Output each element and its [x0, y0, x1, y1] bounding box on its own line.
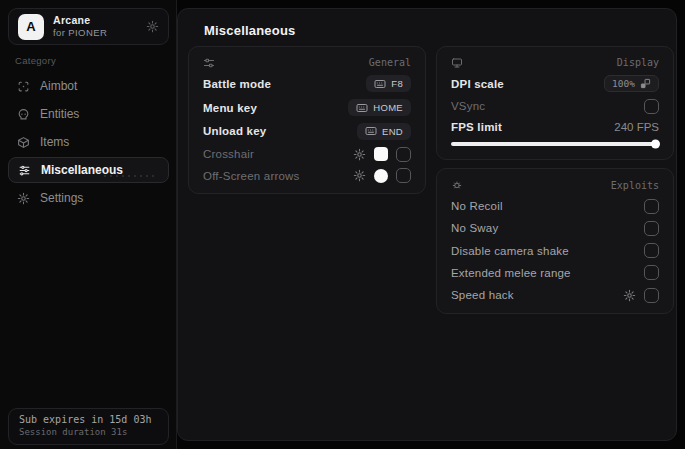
scale-resize-icon [640, 78, 651, 89]
skull-icon [17, 108, 30, 121]
gear-icon[interactable] [353, 148, 366, 161]
keyboard-icon [374, 79, 386, 89]
keybind-value: F8 [391, 78, 403, 89]
setting-row-unload-key: Unload key END [203, 123, 411, 140]
setting-row-crosshair: Crosshair [203, 147, 411, 162]
setting-row-battle-mode: Battle mode F8 [203, 75, 411, 92]
main-content: Miscellaneous General Battle mode F8 [177, 8, 677, 441]
offscreen-arrows-color-swatch[interactable] [374, 169, 388, 183]
crosshair-color-swatch[interactable] [374, 147, 388, 161]
sidebar-item-label: Settings [40, 191, 83, 205]
package-box-icon [17, 136, 30, 149]
no-recoil-checkbox[interactable] [644, 199, 659, 214]
sidebar-item-label: Items [40, 135, 69, 149]
monitor-icon [451, 57, 463, 69]
sidebar-item-aimbot[interactable]: Aimbot [8, 73, 169, 99]
keyboard-icon [356, 103, 368, 113]
panel-title: Exploits [611, 180, 659, 191]
dpi-scale-value: 100% [612, 78, 635, 89]
dpi-scale-select[interactable]: 100% [604, 75, 659, 92]
gear-icon[interactable] [353, 169, 366, 182]
setting-row-disable-camera-shake: Disable camera shake [451, 243, 659, 258]
setting-row-menu-key: Menu key HOME [203, 99, 411, 116]
setting-row-dpi-scale: DPI scale 100% [451, 75, 659, 92]
keybind-chip[interactable]: HOME [348, 99, 411, 116]
setting-row-speed-hack: Speed hack [451, 288, 659, 303]
setting-row-fps-limit: FPS limit 240 FPS [451, 121, 659, 133]
disable-camera-shake-checkbox[interactable] [644, 243, 659, 258]
gear-icon [17, 192, 30, 205]
setting-row-extended-melee-range: Extended melee range [451, 265, 659, 280]
fps-limit-value: 240 FPS [614, 121, 659, 133]
keybind-value: HOME [373, 102, 403, 113]
no-sway-checkbox[interactable] [644, 221, 659, 236]
panel-title: Display [617, 57, 659, 68]
app-tagline: for PIONER [53, 27, 137, 39]
sidebar-item-miscellaneous[interactable]: Miscellaneous [8, 157, 169, 183]
app-name: Arcane [53, 14, 137, 27]
dots-decoration [102, 173, 158, 179]
fps-limit-slider[interactable] [451, 139, 659, 149]
sidebar-item-settings[interactable]: Settings [8, 185, 169, 211]
app-window: A Arcane for PIONER Category Aimbot Enti… [0, 0, 685, 449]
setting-row-no-sway: No Sway [451, 221, 659, 236]
sidebar-item-items[interactable]: Items [8, 129, 169, 155]
app-logo: A [18, 14, 44, 40]
keybind-value: END [382, 126, 403, 137]
offscreen-arrows-checkbox[interactable] [396, 168, 411, 183]
subscription-card: Sub expires in 15d 03h Session duration … [8, 408, 169, 445]
session-duration-text: Session duration 31s [19, 427, 158, 437]
keyboard-icon [365, 126, 377, 136]
setting-row-no-recoil: No Recoil [451, 199, 659, 214]
gear-icon[interactable] [623, 289, 636, 302]
sidebar-item-label: Entities [40, 107, 79, 121]
setting-row-vsync: VSync [451, 99, 659, 114]
brand-card: A Arcane for PIONER [8, 8, 169, 45]
category-label: Category [15, 55, 56, 66]
crosshair-scan-icon [17, 80, 30, 93]
vsync-checkbox[interactable] [644, 99, 659, 114]
display-panel: Display DPI scale 100% VSync FPS limit 2… [436, 46, 674, 160]
general-panel: General Battle mode F8 Menu key HOME [188, 46, 426, 194]
slider-thumb[interactable] [651, 140, 660, 149]
extended-melee-range-checkbox[interactable] [644, 265, 659, 280]
sidebar: A Arcane for PIONER Category Aimbot Enti… [0, 0, 177, 449]
page-title: Miscellaneous [204, 23, 295, 38]
speed-hack-checkbox[interactable] [644, 288, 659, 303]
sidebar-item-label: Aimbot [40, 79, 77, 93]
panel-title: General [369, 57, 411, 68]
gear-icon[interactable] [146, 20, 159, 33]
bug-icon [451, 179, 463, 191]
sub-expires-text: Sub expires in 15d 03h [19, 414, 158, 425]
sliders-icon [18, 164, 31, 177]
setting-row-offscreen-arrows: Off-Screen arrows [203, 168, 411, 183]
keybind-chip[interactable]: F8 [366, 75, 411, 92]
sidebar-item-entities[interactable]: Entities [8, 101, 169, 127]
sliders-icon [203, 57, 215, 69]
keybind-chip[interactable]: END [357, 123, 411, 140]
slider-track [451, 142, 659, 146]
exploits-panel: Exploits No Recoil No Sway Disable camer… [436, 168, 674, 314]
crosshair-checkbox[interactable] [396, 147, 411, 162]
